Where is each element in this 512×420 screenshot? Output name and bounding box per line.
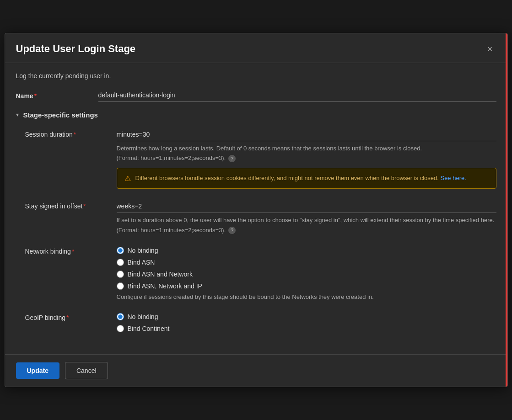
- session-duration-help: Determines how long a session lasts. Def…: [117, 144, 496, 153]
- stay-signed-in-help: If set to a duration above 0, the user w…: [117, 216, 496, 225]
- stay-signed-in-content: If set to a duration above 0, the user w…: [117, 200, 496, 234]
- geoip-binding-no-binding[interactable]: No binding: [117, 313, 496, 320]
- geoip-binding-label-col: GeoIP binding*: [25, 311, 117, 321]
- update-button[interactable]: Update: [16, 362, 59, 379]
- name-field-row: Name*: [16, 89, 496, 102]
- name-required-star: *: [34, 92, 37, 100]
- geoip-binding-radio-group: No binding Bind Continent: [117, 313, 496, 332]
- name-field-wrap: [98, 89, 496, 102]
- stage-settings-collapse[interactable]: ▾ Stage-specific settings: [16, 111, 496, 119]
- warning-text: Different browsers handle session cookie…: [135, 174, 466, 183]
- network-binding-radio-group: No binding Bind ASN Bind ASN and Network: [117, 247, 496, 290]
- network-binding-label: Network binding: [25, 248, 71, 255]
- session-duration-content: Determines how long a session lasts. Def…: [117, 128, 496, 189]
- network-binding-no-binding[interactable]: No binding: [117, 247, 496, 254]
- stay-signed-in-row: Stay signed in offset* If set to a durat…: [25, 200, 496, 234]
- network-binding-label-col: Network binding*: [25, 245, 117, 255]
- geoip-binding-continent[interactable]: Bind Continent: [117, 325, 496, 332]
- stay-signed-in-input[interactable]: [117, 200, 496, 213]
- modal-header: Update User Login Stage ×: [5, 33, 507, 63]
- network-binding-content: No binding Bind ASN Bind ASN and Network: [117, 245, 496, 300]
- network-binding-asn-label: Bind ASN: [128, 259, 155, 266]
- accent-bar: [506, 33, 507, 387]
- modal-body: Log the currently pending user in. Name*…: [5, 63, 507, 355]
- network-binding-asn[interactable]: Bind ASN: [117, 259, 496, 266]
- stay-signed-in-label-col: Stay signed in offset*: [25, 200, 117, 210]
- session-duration-label-col: Session duration*: [25, 128, 117, 138]
- cancel-button[interactable]: Cancel: [65, 362, 108, 379]
- stay-signed-in-format: (Format: hours=1;minutes=2;seconds=3). ?: [117, 227, 496, 234]
- modal-footer: Update Cancel: [5, 354, 507, 387]
- session-duration-label: Session duration: [25, 131, 73, 138]
- warning-link[interactable]: See here.: [440, 175, 466, 181]
- network-binding-no-binding-label: No binding: [128, 247, 158, 254]
- stage-settings-content: Session duration* Determines how long a …: [16, 128, 496, 333]
- session-duration-format: (Format: hours=1;minutes=2;seconds=3). ?: [117, 154, 496, 162]
- network-binding-asn-network-ip-label: Bind ASN, Network and IP: [128, 282, 202, 290]
- session-duration-input[interactable]: [117, 128, 496, 141]
- name-input[interactable]: [98, 89, 496, 102]
- network-binding-row: Network binding* No binding Bind ASN: [25, 245, 496, 300]
- warning-icon: ⚠: [124, 174, 131, 183]
- modal-title: Update User Login Stage: [16, 43, 136, 55]
- session-duration-help-icon[interactable]: ?: [228, 155, 236, 162]
- stage-settings-label: Stage-specific settings: [23, 111, 98, 119]
- geoip-binding-continent-label: Bind Continent: [128, 325, 170, 332]
- modal-dialog: Update User Login Stage × Log the curren…: [5, 33, 508, 388]
- stay-signed-in-required: *: [83, 202, 86, 210]
- stay-signed-in-label: Stay signed in offset: [25, 202, 83, 210]
- geoip-binding-content: No binding Bind Continent: [117, 311, 496, 332]
- modal-subtitle: Log the currently pending user in.: [16, 72, 496, 80]
- session-warning-box: ⚠ Different browsers handle session cook…: [117, 168, 496, 189]
- network-binding-asn-network-label: Bind ASN and Network: [128, 271, 193, 278]
- geoip-binding-no-binding-label: No binding: [128, 313, 158, 320]
- session-duration-required: *: [74, 131, 76, 138]
- name-label: Name*: [16, 89, 98, 100]
- geoip-binding-required: *: [66, 314, 69, 321]
- chevron-down-icon: ▾: [16, 112, 19, 118]
- geoip-binding-row: GeoIP binding* No binding Bind Continent: [25, 311, 496, 332]
- geoip-binding-label: GeoIP binding: [25, 314, 65, 321]
- network-binding-required: *: [72, 248, 74, 255]
- session-duration-row: Session duration* Determines how long a …: [25, 128, 496, 189]
- network-binding-asn-network-ip[interactable]: Bind ASN, Network and IP: [117, 282, 496, 290]
- close-button[interactable]: ×: [484, 43, 496, 55]
- network-binding-asn-network[interactable]: Bind ASN and Network: [117, 271, 496, 278]
- network-binding-description: Configure if sessions created by this st…: [117, 293, 496, 300]
- stay-signed-in-help-icon[interactable]: ?: [228, 227, 236, 234]
